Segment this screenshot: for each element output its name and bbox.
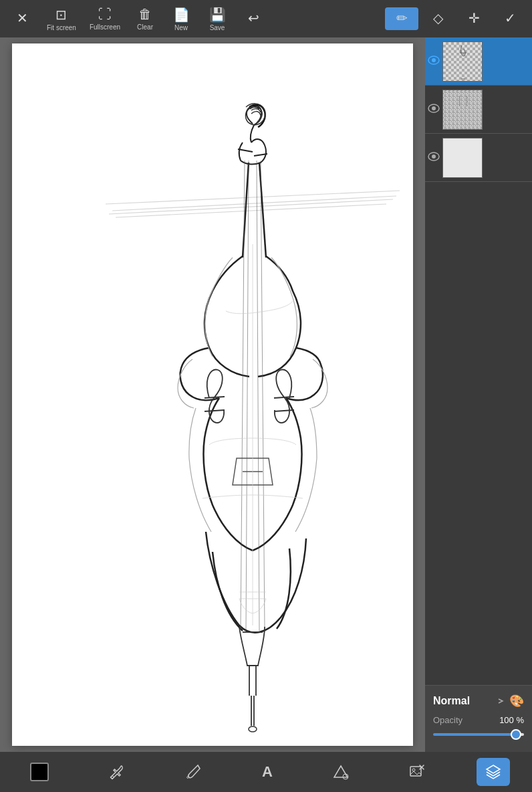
fit-screen-label: Fit screen bbox=[47, 24, 76, 31]
undo-button[interactable]: ↩ bbox=[237, 7, 270, 30]
blend-mode-row: Normal 🎨 bbox=[433, 694, 524, 708]
text-button[interactable]: A bbox=[254, 758, 281, 786]
svg-line-4 bbox=[238, 149, 253, 152]
layer-thumbnail bbox=[442, 41, 483, 82]
layer-visibility-toggle[interactable] bbox=[428, 104, 440, 116]
insert-image-icon bbox=[408, 764, 424, 780]
layers-icon bbox=[485, 763, 502, 781]
svg-rect-52 bbox=[410, 767, 421, 776]
undo-icon: ↩ bbox=[248, 10, 259, 26]
left-tools: ✕ ⊡ Fit screen ⛶ Fullscreen 🗑 Clear 📄 Ne… bbox=[5, 4, 270, 34]
layers-list bbox=[425, 37, 532, 685]
new-icon: 📄 bbox=[173, 7, 190, 23]
opacity-label: Opacity bbox=[433, 715, 462, 725]
top-toolbar: ✕ ⊡ Fit screen ⛶ Fullscreen 🗑 Clear 📄 Ne… bbox=[0, 0, 532, 37]
insert-image-button[interactable] bbox=[400, 759, 432, 785]
svg-line-6 bbox=[243, 163, 249, 258]
drawing-canvas[interactable] bbox=[12, 43, 413, 746]
layers-button[interactable] bbox=[477, 758, 510, 786]
opacity-value: 100 % bbox=[499, 715, 524, 725]
color-swatch bbox=[30, 763, 49, 781]
layer-visibility-toggle[interactable] bbox=[428, 152, 440, 164]
svg-line-11 bbox=[274, 410, 294, 411]
clear-label: Clear bbox=[137, 23, 153, 31]
right-tools: ✏ ◇ ✛ ✓ bbox=[385, 7, 527, 30]
layer-thumbnail bbox=[442, 90, 483, 130]
layer-item[interactable] bbox=[425, 134, 532, 182]
pen-tool-button[interactable]: ✏ bbox=[385, 7, 418, 30]
new-button[interactable]: 📄 New bbox=[164, 4, 198, 34]
svg-line-3 bbox=[116, 204, 386, 217]
svg-line-10 bbox=[274, 397, 294, 398]
eraser-icon: ◇ bbox=[433, 10, 443, 26]
canvas-area[interactable] bbox=[0, 37, 425, 752]
blend-mode-paint-icon: 🎨 bbox=[509, 694, 524, 708]
blend-mode-dropdown[interactable]: 🎨 bbox=[497, 694, 524, 708]
shape-icon bbox=[333, 764, 349, 780]
fullscreen-icon: ⛶ bbox=[98, 7, 112, 22]
clear-button[interactable]: 🗑 Clear bbox=[128, 4, 162, 33]
bottom-toolbar: A bbox=[0, 752, 532, 792]
svg-line-8 bbox=[205, 397, 225, 398]
svg-point-16 bbox=[249, 726, 257, 732]
svg-line-0 bbox=[106, 191, 400, 204]
svg-point-47 bbox=[432, 106, 436, 110]
new-label: New bbox=[174, 24, 188, 31]
svg-line-19 bbox=[257, 161, 259, 631]
blend-mode-label: Normal bbox=[433, 695, 470, 707]
fit-screen-button[interactable]: ⊡ Fit screen bbox=[41, 4, 82, 34]
eyedropper-button[interactable] bbox=[101, 759, 133, 785]
save-label: Save bbox=[210, 24, 225, 31]
color-picker-button[interactable] bbox=[22, 757, 57, 787]
svg-line-17 bbox=[241, 161, 245, 629]
close-button[interactable]: ✕ bbox=[5, 7, 39, 30]
layer-thumbnail bbox=[442, 138, 483, 178]
confirm-icon: ✓ bbox=[505, 10, 516, 26]
svg-line-18 bbox=[246, 161, 249, 631]
eyedropper-icon bbox=[109, 764, 125, 780]
fit-screen-icon: ⊡ bbox=[55, 7, 67, 23]
svg-point-49 bbox=[432, 155, 436, 159]
transform-icon: ✛ bbox=[469, 10, 480, 26]
save-icon: 💾 bbox=[209, 7, 226, 23]
fullscreen-label: Fullscreen bbox=[90, 23, 120, 31]
chevron-right-icon bbox=[497, 698, 507, 704]
svg-point-43 bbox=[432, 58, 436, 62]
save-button[interactable]: 💾 Save bbox=[201, 4, 234, 34]
layer-visibility-toggle[interactable] bbox=[428, 56, 440, 68]
pen-icon: ✏ bbox=[396, 10, 408, 26]
svg-line-9 bbox=[205, 410, 225, 411]
fullscreen-button[interactable]: ⛶ Fullscreen bbox=[84, 4, 126, 33]
opacity-slider[interactable] bbox=[433, 733, 524, 736]
brush-button[interactable] bbox=[176, 758, 210, 786]
close-icon: ✕ bbox=[17, 10, 28, 26]
canvas-svg bbox=[12, 43, 413, 746]
shape-button[interactable] bbox=[325, 759, 357, 785]
svg-point-50 bbox=[111, 776, 114, 779]
right-panel: Normal 🎨 Opacity 100 % bbox=[425, 0, 532, 792]
transform-tool-button[interactable]: ✛ bbox=[457, 7, 491, 30]
clear-icon: 🗑 bbox=[138, 7, 152, 22]
confirm-button[interactable]: ✓ bbox=[493, 7, 527, 30]
text-icon: A bbox=[262, 763, 273, 781]
opacity-row: Opacity 100 % bbox=[433, 715, 524, 725]
opacity-slider-thumb[interactable] bbox=[511, 729, 521, 740]
svg-line-1 bbox=[112, 196, 396, 211]
layer-item[interactable] bbox=[425, 86, 532, 134]
brush-icon bbox=[184, 763, 202, 781]
layer-item[interactable] bbox=[425, 37, 532, 86]
eraser-tool-button[interactable]: ◇ bbox=[421, 7, 454, 30]
